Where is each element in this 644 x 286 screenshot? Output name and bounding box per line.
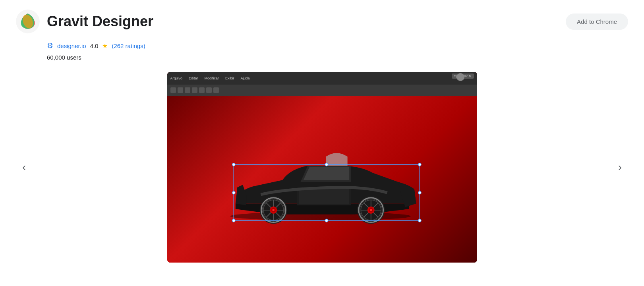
ratings-count: (262 ratings) [112,43,145,49]
svg-point-32 [232,191,235,194]
title-row: Gravit Designer [16,10,153,33]
toolbar-icon-2 [178,87,183,93]
svg-point-33 [418,191,421,194]
menu-arquivo: Arquivo [170,76,183,80]
svg-point-25 [370,209,372,211]
carousel-next-button[interactable]: › [612,156,628,178]
svg-point-13 [272,209,274,211]
screenshot-wrapper: Arquivo Editar Modificar Exibir Ajuda Sp… [32,72,611,263]
carousel: ‹ Arquivo Editar Modificar Exibir Ajuda … [16,72,628,263]
svg-point-36 [418,219,421,222]
chevron-left-icon: ‹ [22,161,26,174]
svg-point-30 [325,163,328,166]
chevron-right-icon: › [618,161,622,174]
site-link[interactable]: designer.io [57,43,86,49]
app-title: Gravit Designer [47,13,153,30]
menu-modificar: Modificar [205,76,219,80]
svg-point-34 [232,219,235,222]
add-to-chrome-button[interactable]: Add to Chrome [566,14,628,30]
app-logo [16,10,40,33]
page-container: Gravit Designer Add to Chrome ⚙ designer… [0,0,644,272]
toolbar-icon-3 [185,87,190,93]
rating-value: 4.0 [90,43,99,49]
header: Gravit Designer Add to Chrome [16,10,628,33]
car-illustration [207,146,437,225]
verified-icon: ⚙ [47,41,53,50]
gd-ui: Arquivo Editar Modificar Exibir Ajuda Sp… [167,72,477,263]
users-count: 60,000 users [47,54,628,61]
toolbar-icon-1 [170,87,176,93]
user-avatar [456,73,464,81]
screenshot-frame: Arquivo Editar Modificar Exibir Ajuda Sp… [167,72,477,263]
svg-point-31 [418,163,421,166]
menu-ajuda: Ajuda [241,76,250,80]
carousel-prev-button[interactable]: ‹ [16,156,32,178]
gd-canvas-area [167,96,477,263]
gd-toolbar-icons [167,85,477,96]
svg-point-35 [325,219,328,222]
toolbar-icon-4 [192,87,197,93]
star-icon: ★ [102,42,108,50]
toolbar-icon-5 [199,87,205,93]
menu-exibir: Exibir [225,76,234,80]
toolbar-icon-6 [206,87,212,93]
toolbar-icon-7 [213,87,219,93]
meta-row: ⚙ designer.io 4.0 ★ (262 ratings) [47,41,628,50]
menu-editar: Editar [189,76,198,80]
gd-toolbar: Arquivo Editar Modificar Exibir Ajuda Sp… [167,72,477,85]
svg-point-29 [232,163,235,166]
